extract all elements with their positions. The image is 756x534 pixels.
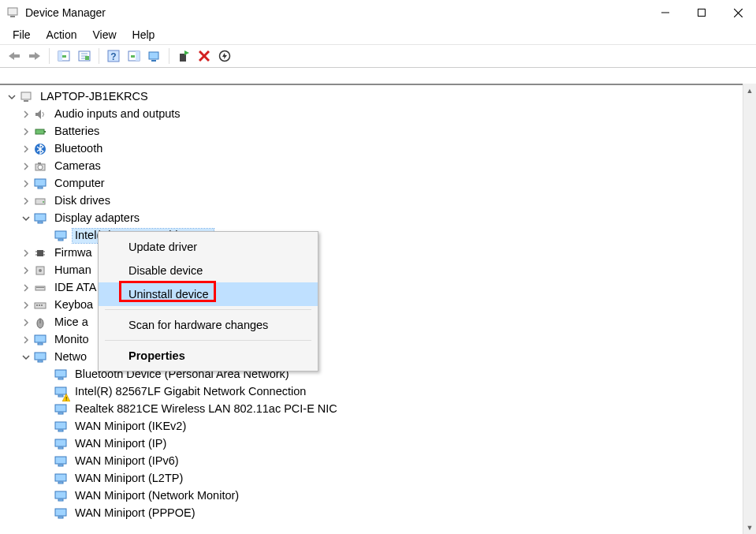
expander-right-icon[interactable] — [20, 334, 32, 345]
tree-audio[interactable]: Audio inputs and outputs — [6, 106, 756, 123]
cm-update-driver[interactable]: Update driver — [99, 235, 318, 259]
minimize-button[interactable] — [647, 0, 683, 25]
update-driver-button[interactable] — [174, 47, 193, 65]
display-adapter-icon — [33, 211, 47, 226]
network-adapter-icon — [54, 489, 68, 503]
maximize-button[interactable] — [683, 0, 720, 25]
tree-display-adapters[interactable]: Display adapters — [6, 210, 756, 227]
svg-rect-29 — [35, 129, 44, 134]
svg-text:?: ? — [110, 51, 116, 62]
expander-right-icon[interactable] — [20, 248, 32, 259]
tree-network-child[interactable]: WAN Miniport (IPv6) — [6, 453, 756, 470]
expander-right-icon[interactable] — [20, 196, 32, 207]
svg-rect-9 — [58, 51, 62, 61]
tree-network-child[interactable]: !Intel(R) 82567LF Gigabit Network Connec… — [6, 383, 756, 401]
svg-rect-74 — [55, 457, 66, 464]
context-menu: Update driver Disable device Uninstall d… — [98, 231, 318, 372]
battery-icon — [33, 125, 47, 139]
ide-icon — [33, 281, 47, 295]
scan-hardware-button[interactable] — [145, 47, 164, 65]
cm-label: Disable device — [128, 264, 203, 277]
properties-button[interactable] — [75, 47, 94, 65]
forward-button[interactable] — [25, 47, 44, 65]
menu-action[interactable]: Action — [39, 27, 85, 43]
menu-view[interactable]: View — [84, 27, 124, 43]
svg-rect-75 — [58, 465, 63, 466]
svg-rect-40 — [38, 222, 43, 223]
tree-computer[interactable]: Computer — [6, 175, 756, 192]
expander-right-icon[interactable] — [20, 317, 32, 328]
svg-rect-51 — [36, 287, 44, 288]
svg-rect-80 — [55, 509, 66, 516]
svg-rect-20 — [131, 55, 135, 58]
svg-rect-69 — [58, 413, 63, 414]
tree-disk-drives[interactable]: Disk drives — [6, 192, 756, 210]
tree-network-child[interactable]: WAN Miniport (Network Monitor) — [6, 487, 756, 505]
tree-item-label: Disk drives — [52, 194, 113, 208]
back-button[interactable] — [5, 47, 24, 65]
tree-item-label: Firmwa — [52, 246, 95, 260]
expander-right-icon[interactable] — [20, 109, 32, 120]
tree-network-child[interactable]: WAN Miniport (IKEv2) — [6, 418, 756, 435]
svg-rect-30 — [44, 131, 46, 133]
tree-network-child[interactable]: Realtek 8821CE Wireless LAN 802.11ac PCI… — [6, 401, 756, 418]
show-hide-console-tree-button[interactable] — [54, 47, 73, 65]
help-button[interactable]: ? — [104, 47, 123, 65]
tree-root[interactable]: LAPTOP-JB1EKRCS — [6, 88, 756, 106]
tree-root-label: LAPTOP-JB1EKRCS — [38, 90, 151, 104]
vertical-scrollbar[interactable]: ▲ ▼ — [743, 84, 756, 534]
tree-network-child[interactable]: WAN Miniport (L2TP) — [6, 470, 756, 487]
action-pane-button[interactable] — [125, 47, 143, 65]
tree-network-child[interactable]: WAN Miniport (PPPOE) — [6, 505, 756, 522]
scroll-up-icon[interactable]: ▲ — [743, 84, 756, 97]
expander-right-icon[interactable] — [20, 265, 32, 276]
svg-rect-21 — [149, 52, 158, 59]
svg-rect-76 — [55, 474, 66, 481]
svg-rect-70 — [55, 422, 66, 429]
disable-device-button[interactable] — [215, 47, 234, 65]
expander-down-icon[interactable] — [20, 352, 32, 363]
expander-right-icon[interactable] — [20, 282, 32, 293]
svg-rect-71 — [58, 430, 63, 431]
expander-right-icon[interactable] — [20, 144, 32, 155]
tree-item-label: Audio inputs and outputs — [52, 107, 183, 121]
tree-item-label: Human — [52, 263, 94, 278]
cm-properties[interactable]: Properties — [99, 344, 318, 368]
hid-icon — [33, 263, 47, 278]
tree-cameras[interactable]: Cameras — [6, 158, 756, 175]
svg-rect-35 — [35, 179, 46, 186]
expander-right-icon[interactable] — [20, 126, 32, 137]
cm-disable-device[interactable]: Disable device — [99, 259, 318, 282]
cm-uninstall-device[interactable]: Uninstall device — [99, 282, 318, 306]
network-adapter-icon — [54, 420, 68, 434]
tree-network-child[interactable]: WAN Miniport (IP) — [6, 435, 756, 453]
drive-icon — [33, 194, 47, 208]
svg-rect-50 — [35, 286, 45, 290]
expander-right-icon[interactable] — [20, 178, 32, 189]
expander-right-icon[interactable] — [20, 161, 32, 172]
expander-down-icon[interactable] — [6, 91, 17, 103]
mouse-icon — [33, 316, 47, 330]
svg-rect-55 — [41, 304, 43, 306]
titlebar: Device Manager — [0, 0, 756, 25]
close-button[interactable] — [720, 0, 756, 25]
menu-file[interactable]: File — [5, 27, 39, 43]
svg-rect-42 — [58, 239, 63, 241]
expander-down-icon[interactable] — [20, 213, 32, 224]
scroll-down-icon[interactable]: ▼ — [743, 521, 756, 534]
tree-batteries[interactable]: Batteries — [6, 123, 756, 140]
chip-icon — [33, 246, 47, 260]
tree-bluetooth[interactable]: Bluetooth — [6, 140, 756, 158]
menu-help[interactable]: Help — [125, 27, 163, 43]
window-title: Device Manager — [25, 6, 106, 19]
cm-scan-hardware[interactable]: Scan for hardware changes — [99, 313, 318, 337]
expander-right-icon[interactable] — [20, 300, 32, 311]
uninstall-device-button[interactable] — [195, 47, 214, 65]
tree-item-label: Monito — [52, 333, 91, 347]
toolbar: ? — [0, 44, 756, 68]
tree-item-label: Computer — [52, 177, 107, 191]
menubar: File Action View Help — [0, 25, 756, 44]
svg-rect-22 — [151, 60, 156, 62]
svg-rect-81 — [58, 517, 63, 518]
svg-rect-43 — [37, 250, 43, 256]
